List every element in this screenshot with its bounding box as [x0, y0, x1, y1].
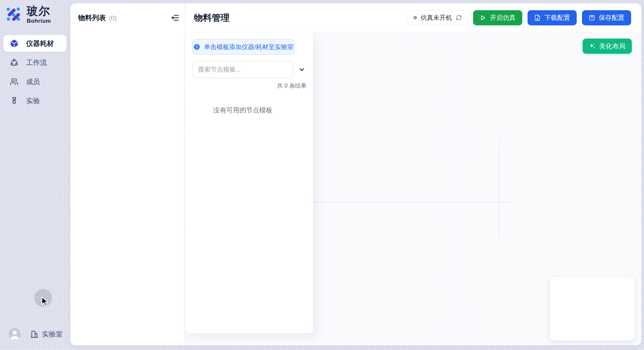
main-area: 物料管理 仿真未开机 开启仿真 — [186, 3, 641, 345]
material-list-title: 物料列表 — [78, 13, 106, 22]
building-icon — [30, 330, 39, 338]
sidebar-item-label: 实验 — [26, 96, 40, 105]
template-filter-toggle[interactable] — [297, 65, 306, 74]
simulation-status-pill[interactable]: 仿真未开机 — [407, 10, 468, 25]
info-icon — [193, 44, 200, 50]
status-dot-icon — [413, 16, 417, 19]
sidebar-nav: 仪器耗材 工作流 成员 — [3, 35, 67, 111]
bohrium-logo-icon — [5, 5, 22, 22]
material-list-count: (0) — [109, 15, 116, 22]
download-config-label: 下载配置 — [544, 13, 570, 22]
save-icon — [589, 15, 595, 21]
main-header: 物料管理 仿真未开机 开启仿真 — [186, 3, 641, 32]
beautify-layout-button[interactable]: 美化布局 — [583, 39, 632, 54]
sidebar-item-workflow[interactable]: 工作流 — [3, 54, 67, 71]
template-search-input[interactable] — [192, 61, 293, 78]
sidebar-item-experiments[interactable]: 实验 — [3, 92, 67, 109]
sidebar-item-instruments[interactable]: 仪器耗材 — [3, 35, 67, 52]
app-panel: 物料列表 (0) 物料管理 仿真未开机 — [70, 3, 641, 345]
page-title: 物料管理 — [194, 12, 230, 24]
sidebar-item-label: 工作流 — [26, 58, 47, 67]
template-result-count: 共 0 条结果 — [192, 82, 306, 90]
brand-subtitle: Bohrium — [27, 18, 51, 24]
start-simulation-button[interactable]: 开启仿真 — [473, 10, 522, 25]
canvas-guideline-vertical — [499, 140, 499, 237]
mouse-cursor-icon — [41, 296, 49, 307]
save-config-label: 保存配置 — [599, 13, 625, 22]
file-download-icon — [534, 15, 541, 21]
sidebar-footer: 实验室 — [9, 328, 63, 340]
node-template-panel: 单击模板添加仪器/耗材至实验室 共 0 条结果 没有可用的节点模板 — [186, 32, 313, 333]
lab-entry[interactable]: 实验室 — [30, 330, 63, 339]
users-icon — [10, 77, 18, 86]
download-config-button[interactable]: 下载配置 — [528, 10, 577, 25]
canvas-minimap[interactable] — [549, 276, 635, 341]
sidebar-item-label: 仪器耗材 — [26, 39, 54, 48]
sidebar-item-label: 成员 — [26, 77, 40, 86]
collapse-panel-icon[interactable] — [171, 14, 179, 22]
sparkles-icon — [589, 43, 596, 50]
test-tube-icon — [10, 97, 18, 105]
material-list-panel: 物料列表 (0) — [70, 3, 184, 345]
brand[interactable]: 玻尔 Bohrium — [5, 5, 51, 24]
sidebar-item-members[interactable]: 成员 — [3, 73, 67, 90]
workflow-icon — [10, 58, 18, 67]
beautify-layout-label: 美化布局 — [599, 42, 626, 51]
canvas-guideline-horizontal — [314, 202, 511, 203]
status-label: 仿真未开机 — [421, 14, 452, 22]
cube-icon — [10, 39, 18, 48]
lab-entry-label: 实验室 — [42, 330, 63, 339]
template-hint-banner: 单击模板添加仪器/耗材至实验室 — [192, 39, 295, 55]
start-simulation-label: 开启仿真 — [490, 13, 516, 22]
sidebar: 玻尔 Bohrium 仪器耗材 工作流 — [0, 0, 70, 350]
play-icon — [480, 15, 486, 21]
brand-name: 玻尔 — [27, 5, 51, 17]
template-empty-message: 没有可用的节点模板 — [192, 106, 293, 115]
chevron-down-icon — [298, 66, 306, 73]
refresh-icon[interactable] — [456, 15, 462, 21]
template-hint-text: 单击模板添加仪器/耗材至实验室 — [204, 43, 293, 51]
save-config-button[interactable]: 保存配置 — [582, 10, 631, 25]
avatar[interactable] — [9, 328, 21, 340]
material-list-header: 物料列表 (0) — [74, 13, 179, 22]
